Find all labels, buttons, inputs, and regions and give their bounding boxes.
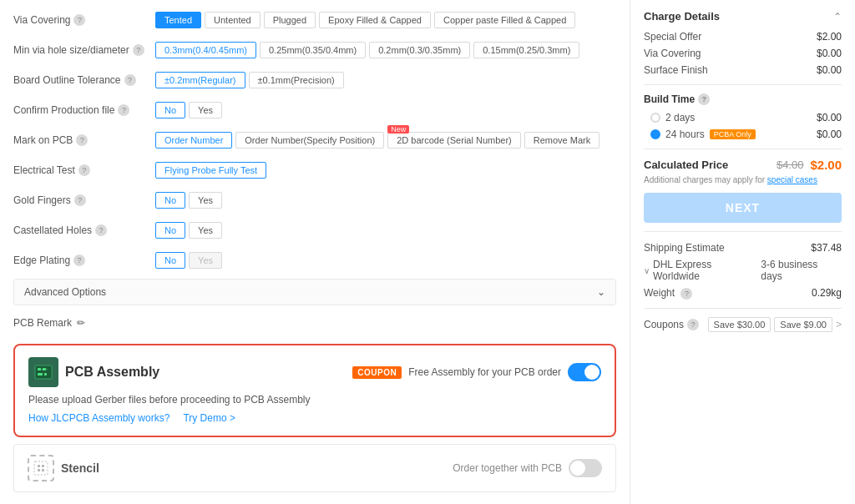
assembly-how-link[interactable]: How JLCPCB Assembly works?	[28, 412, 169, 424]
option-edge-yes: Yes	[189, 252, 222, 269]
dhl-chevron-icon[interactable]: ∨	[644, 266, 650, 275]
weight-row: Weight ? 0.29kg	[644, 287, 842, 300]
stencil-svg-icon	[33, 460, 49, 476]
edge-plating-info-icon[interactable]: ?	[73, 255, 85, 266]
build-time-info-icon[interactable]: ?	[698, 93, 710, 105]
stencil-icon	[28, 455, 54, 481]
svg-rect-11	[42, 469, 44, 471]
option-order-number[interactable]: Order Number	[155, 132, 232, 149]
option-025mm[interactable]: 0.25mm(0.35/0.4mm)	[260, 42, 366, 58]
build-option-2days: 2 days $0.00	[650, 112, 842, 123]
next-button[interactable]: NEXT	[644, 193, 842, 223]
advanced-options-section: Advanced Options ⌄	[13, 279, 616, 305]
option-untented[interactable]: Untented	[205, 12, 261, 28]
shipping-section: Shipping Estimate $37.48 ∨ DHL Express W…	[644, 242, 842, 300]
build-2days-price: $0.00	[817, 112, 842, 123]
option-flying-probe[interactable]: Flying Probe Fully Test	[155, 162, 266, 179]
electrical-test-options: Flying Probe Fully Test	[155, 162, 266, 179]
electrical-test-label: Electrical Test ?	[13, 164, 155, 176]
edge-plating-options: No Yes	[155, 252, 222, 269]
assembly-toggle[interactable]	[568, 363, 601, 381]
confirm-info-icon[interactable]: ?	[118, 104, 129, 116]
assembly-right: COUPON Free Assembly for your PCB order	[352, 363, 601, 381]
charge-value-surface-finish: $0.00	[817, 64, 842, 76]
min-via-info-icon[interactable]: ?	[133, 44, 144, 56]
assembly-title-text: PCB Assembly	[65, 365, 159, 380]
divider-4	[644, 308, 842, 309]
option-epoxy[interactable]: Epoxy Filled & Capped	[319, 12, 431, 28]
coupons-row: Coupons ? Save $30.00 Save $9.00 >	[644, 317, 842, 332]
option-03mm[interactable]: 0.3mm(0.4/0.45mm)	[155, 42, 256, 58]
weight-info-icon[interactable]: ?	[680, 288, 692, 300]
option-2d-barcode[interactable]: 2D barcode (Serial Number)	[387, 132, 521, 149]
option-gold-no[interactable]: No	[155, 192, 185, 209]
mark-info-icon[interactable]: ?	[76, 134, 88, 146]
option-edge-no[interactable]: No	[155, 252, 185, 269]
build-24hours-price: $0.00	[817, 129, 842, 140]
charge-row-via-covering: Via Covering $0.00	[644, 48, 842, 59]
stencil-toggle[interactable]	[569, 459, 602, 477]
option-02mm[interactable]: 0.2mm(0.3/0.35mm)	[369, 42, 470, 58]
option-confirm-no[interactable]: No	[155, 102, 185, 118]
right-panel: Charge Details ⌃ Special Offer $2.00 Via…	[630, 0, 855, 504]
calculated-price-label: Calculated Price	[644, 159, 728, 171]
pcb-assembly-svg-icon	[33, 362, 53, 382]
svg-rect-9	[42, 465, 44, 467]
charge-details-chevron-icon[interactable]: ⌃	[833, 11, 842, 23]
assembly-free-text: Free Assembly for your PCB order	[408, 366, 561, 378]
mark-on-pcb-label: Mark on PCB ?	[13, 134, 155, 146]
advanced-options-header[interactable]: Advanced Options ⌄	[14, 280, 615, 305]
gold-fingers-options: No Yes	[155, 192, 222, 209]
radio-24hours[interactable]	[650, 129, 660, 139]
charge-value-via-covering: $0.00	[817, 48, 842, 59]
pcba-only-badge: PCBA Only	[710, 129, 756, 139]
build-option-24hours: 24 hours PCBA Only $0.00	[650, 129, 842, 140]
pcb-remark-label: PCB Remark	[13, 317, 72, 329]
option-remove-mark[interactable]: Remove Mark	[524, 132, 600, 149]
svg-rect-3	[38, 373, 43, 375]
electrical-info-icon[interactable]: ?	[78, 164, 90, 176]
option-confirm-yes[interactable]: Yes	[189, 102, 222, 118]
option-02mm-regular[interactable]: ±0.2mm(Regular)	[155, 72, 245, 88]
dhl-label: ∨ DHL Express Worldwide	[644, 259, 761, 282]
option-01mm-precision[interactable]: ±0.1mm(Precision)	[249, 72, 344, 88]
coupons-info-icon[interactable]: ?	[687, 319, 699, 330]
castellated-holes-row: Castellated Holes ? No Yes	[13, 219, 616, 242]
via-covering-info-icon[interactable]: ?	[73, 14, 85, 26]
calculated-price-row: Calculated Price $4.00 $2.00	[644, 158, 842, 172]
radio-2days[interactable]	[650, 113, 660, 123]
advanced-chevron-icon: ⌄	[597, 286, 605, 298]
confirm-production-row: Confirm Production file ? No Yes	[13, 98, 616, 122]
coupon-buttons: Save $30.00 Save $9.00 >	[708, 317, 842, 332]
board-outline-info-icon[interactable]: ?	[124, 74, 136, 86]
special-cases-link[interactable]: special cases	[767, 175, 817, 184]
castellated-info-icon[interactable]: ?	[95, 224, 107, 236]
dhl-row: ∨ DHL Express Worldwide 3-6 business day…	[644, 259, 842, 282]
assembly-links: How JLCPCB Assembly works? Try Demo >	[28, 412, 601, 424]
option-015mm[interactable]: 0.15mm(0.25/0.3mm)	[473, 42, 579, 58]
option-castellated-no[interactable]: No	[155, 222, 185, 239]
advanced-options-label: Advanced Options	[24, 286, 106, 298]
via-covering-label: Via Covering ?	[13, 14, 155, 26]
coupon-arrow-icon[interactable]: >	[836, 319, 842, 330]
option-gold-yes[interactable]: Yes	[189, 192, 222, 209]
castellated-holes-label: Castellated Holes ?	[13, 224, 155, 236]
coupon-save-30-button[interactable]: Save $30.00	[708, 317, 772, 332]
mark-on-pcb-options: Order Number Order Number(Specify Positi…	[155, 132, 600, 149]
option-castellated-yes[interactable]: Yes	[189, 222, 222, 239]
pcb-remark-edit-icon[interactable]: ✏	[77, 317, 85, 329]
option-order-specify[interactable]: Order Number(Specify Position)	[235, 132, 384, 149]
svg-rect-8	[38, 465, 40, 467]
divider-2	[644, 149, 842, 149]
gold-fingers-info-icon[interactable]: ?	[74, 194, 86, 206]
option-tented[interactable]: Tented	[155, 12, 201, 28]
divider-1	[644, 84, 842, 85]
option-copper[interactable]: Copper paste Filled & Capped	[434, 12, 575, 28]
pcb-remark-row: PCB Remark ✏	[13, 312, 616, 337]
option-plugged[interactable]: Plugged	[264, 12, 316, 28]
charge-row-surface-finish: Surface Finish $0.00	[644, 64, 842, 76]
charge-label-special-offer: Special Offer	[644, 31, 701, 43]
assembly-demo-link[interactable]: Try Demo >	[183, 412, 235, 424]
coupon-save-9-button[interactable]: Save $9.00	[774, 317, 832, 332]
assembly-coupon-badge: COUPON	[352, 366, 402, 379]
